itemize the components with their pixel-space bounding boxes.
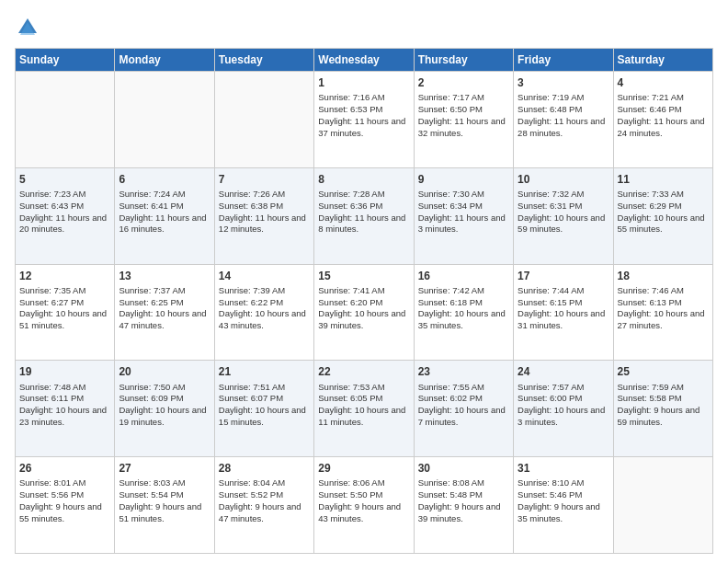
- calendar-header-sunday: Sunday: [16, 49, 115, 72]
- day-number: 23: [418, 364, 509, 379]
- day-info: Sunset: 6:34 PM: [418, 201, 509, 213]
- day-info: Sunrise: 7:16 AM: [318, 92, 409, 104]
- day-number: 7: [219, 172, 310, 187]
- calendar-cell: 17Sunrise: 7:44 AMSunset: 6:15 PMDayligh…: [514, 264, 613, 361]
- calendar-cell: 19Sunrise: 7:48 AMSunset: 6:11 PMDayligh…: [16, 361, 115, 457]
- calendar-week-row: 1Sunrise: 7:16 AMSunset: 6:53 PMDaylight…: [16, 72, 713, 168]
- calendar-cell: [613, 457, 712, 554]
- calendar-cell: 25Sunrise: 7:59 AMSunset: 5:58 PMDayligh…: [613, 361, 712, 457]
- calendar-cell: [16, 72, 115, 168]
- day-info: Sunset: 5:50 PM: [318, 489, 409, 501]
- calendar-cell: [115, 72, 214, 168]
- calendar-header-tuesday: Tuesday: [214, 49, 313, 72]
- day-number: 26: [19, 461, 110, 476]
- day-info: Daylight: 10 hours and 19 minutes.: [119, 405, 210, 429]
- day-info: Sunset: 6:15 PM: [518, 297, 609, 309]
- day-info: Daylight: 11 hours and 28 minutes.: [518, 116, 609, 140]
- calendar-cell: 13Sunrise: 7:37 AMSunset: 6:25 PMDayligh…: [115, 264, 214, 361]
- day-info: Sunrise: 7:42 AM: [418, 285, 509, 297]
- calendar-cell: 12Sunrise: 7:35 AMSunset: 6:27 PMDayligh…: [16, 264, 115, 361]
- day-info: Sunset: 6:02 PM: [418, 393, 509, 405]
- day-number: 25: [618, 364, 709, 379]
- day-info: Sunset: 6:20 PM: [318, 297, 409, 309]
- day-info: Daylight: 9 hours and 59 minutes.: [618, 405, 709, 429]
- day-number: 3: [518, 75, 609, 90]
- day-info: Daylight: 9 hours and 51 minutes.: [119, 501, 210, 525]
- day-number: 10: [518, 172, 609, 187]
- day-number: 21: [219, 364, 310, 379]
- day-number: 2: [418, 75, 509, 90]
- calendar-cell: 30Sunrise: 8:08 AMSunset: 5:48 PMDayligh…: [414, 457, 513, 554]
- day-number: 17: [518, 269, 609, 283]
- calendar-cell: 14Sunrise: 7:39 AMSunset: 6:22 PMDayligh…: [214, 264, 313, 361]
- logo-icon: [15, 15, 40, 40]
- day-info: Sunset: 5:48 PM: [418, 489, 509, 501]
- day-number: 29: [318, 461, 409, 476]
- day-info: Daylight: 10 hours and 51 minutes.: [19, 308, 110, 332]
- day-info: Sunset: 6:18 PM: [418, 297, 509, 309]
- calendar-cell: 1Sunrise: 7:16 AMSunset: 6:53 PMDaylight…: [314, 72, 414, 168]
- calendar-cell: 24Sunrise: 7:57 AMSunset: 6:00 PMDayligh…: [514, 361, 613, 457]
- day-number: 22: [318, 364, 409, 379]
- day-info: Daylight: 11 hours and 37 minutes.: [318, 116, 409, 140]
- day-number: 27: [119, 461, 210, 476]
- day-info: Sunrise: 7:48 AM: [19, 382, 110, 394]
- calendar-cell: 4Sunrise: 7:21 AMSunset: 6:46 PMDaylight…: [613, 72, 712, 168]
- calendar-header-row: SundayMondayTuesdayWednesdayThursdayFrid…: [16, 49, 713, 72]
- day-info: Sunset: 6:43 PM: [19, 201, 110, 213]
- day-number: 1: [318, 75, 409, 90]
- day-info: Daylight: 10 hours and 7 minutes.: [418, 405, 509, 429]
- day-info: Sunset: 6:09 PM: [119, 393, 210, 405]
- day-info: Daylight: 9 hours and 35 minutes.: [518, 501, 609, 525]
- day-info: Sunrise: 7:17 AM: [418, 92, 509, 104]
- day-info: Daylight: 11 hours and 3 minutes.: [418, 213, 509, 236]
- day-number: 11: [618, 172, 709, 187]
- calendar-cell: 3Sunrise: 7:19 AMSunset: 6:48 PMDaylight…: [514, 72, 613, 168]
- day-info: Daylight: 10 hours and 15 minutes.: [219, 405, 310, 429]
- calendar-week-row: 12Sunrise: 7:35 AMSunset: 6:27 PMDayligh…: [16, 264, 713, 361]
- day-info: Daylight: 10 hours and 43 minutes.: [219, 308, 310, 332]
- calendar-header-saturday: Saturday: [613, 49, 712, 72]
- day-info: Sunset: 6:13 PM: [618, 297, 709, 309]
- calendar-week-row: 26Sunrise: 8:01 AMSunset: 5:56 PMDayligh…: [16, 457, 713, 554]
- day-info: Sunset: 6:38 PM: [219, 201, 310, 213]
- day-info: Sunset: 6:41 PM: [119, 201, 210, 213]
- day-info: Sunset: 6:07 PM: [219, 393, 310, 405]
- day-info: Sunset: 5:56 PM: [19, 489, 110, 501]
- day-number: 12: [19, 269, 110, 283]
- day-info: Sunrise: 8:04 AM: [219, 477, 310, 489]
- day-info: Sunrise: 7:30 AM: [418, 189, 509, 201]
- day-info: Sunset: 5:46 PM: [518, 489, 609, 501]
- calendar-week-row: 19Sunrise: 7:48 AMSunset: 6:11 PMDayligh…: [16, 361, 713, 457]
- calendar-cell: 28Sunrise: 8:04 AMSunset: 5:52 PMDayligh…: [214, 457, 313, 554]
- calendar-header-monday: Monday: [115, 49, 214, 72]
- calendar-cell: 27Sunrise: 8:03 AMSunset: 5:54 PMDayligh…: [115, 457, 214, 554]
- day-info: Sunrise: 8:01 AM: [19, 477, 110, 489]
- day-info: Sunrise: 7:46 AM: [618, 285, 709, 297]
- day-info: Sunrise: 7:26 AM: [219, 189, 310, 201]
- calendar-cell: 8Sunrise: 7:28 AMSunset: 6:36 PMDaylight…: [314, 167, 414, 264]
- day-info: Sunrise: 7:33 AM: [618, 189, 709, 201]
- day-info: Sunset: 5:54 PM: [119, 489, 210, 501]
- calendar-cell: 18Sunrise: 7:46 AMSunset: 6:13 PMDayligh…: [613, 264, 712, 361]
- day-number: 8: [318, 172, 409, 187]
- day-info: Daylight: 10 hours and 59 minutes.: [518, 213, 609, 236]
- day-info: Sunrise: 8:10 AM: [518, 477, 609, 489]
- calendar-header-friday: Friday: [514, 49, 613, 72]
- day-info: Sunset: 6:46 PM: [618, 104, 709, 116]
- day-info: Daylight: 9 hours and 47 minutes.: [219, 501, 310, 525]
- day-info: Sunrise: 7:23 AM: [19, 189, 110, 201]
- day-info: Daylight: 11 hours and 8 minutes.: [318, 213, 409, 236]
- day-info: Sunrise: 7:51 AM: [219, 382, 310, 394]
- day-info: Sunrise: 7:32 AM: [518, 189, 609, 201]
- day-info: Daylight: 10 hours and 23 minutes.: [19, 405, 110, 429]
- day-info: Daylight: 10 hours and 47 minutes.: [119, 308, 210, 332]
- calendar-cell: 20Sunrise: 7:50 AMSunset: 6:09 PMDayligh…: [115, 361, 214, 457]
- calendar-cell: 10Sunrise: 7:32 AMSunset: 6:31 PMDayligh…: [514, 167, 613, 264]
- calendar-table: SundayMondayTuesdayWednesdayThursdayFrid…: [15, 48, 713, 554]
- calendar-cell: 5Sunrise: 7:23 AMSunset: 6:43 PMDaylight…: [16, 167, 115, 264]
- day-info: Sunrise: 7:53 AM: [318, 382, 409, 394]
- day-info: Sunset: 6:31 PM: [518, 201, 609, 213]
- calendar-week-row: 5Sunrise: 7:23 AMSunset: 6:43 PMDaylight…: [16, 167, 713, 264]
- calendar-cell: 2Sunrise: 7:17 AMSunset: 6:50 PMDaylight…: [414, 72, 513, 168]
